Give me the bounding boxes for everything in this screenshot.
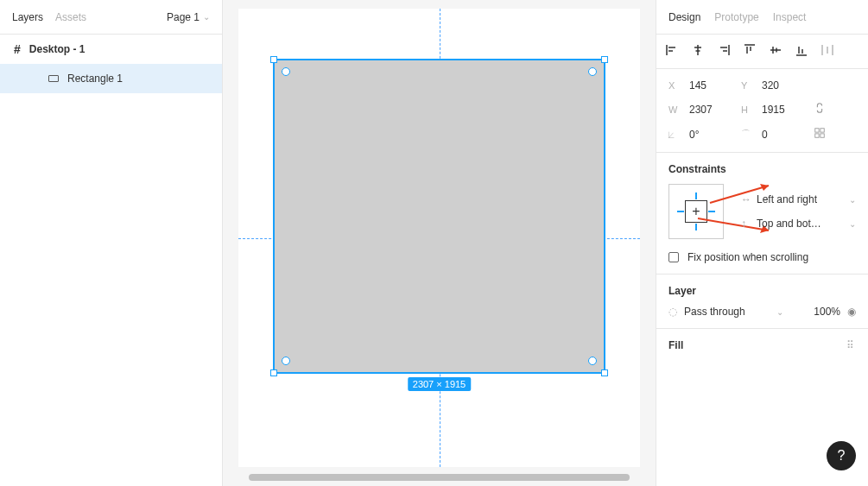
alignment-toolbar <box>656 35 868 69</box>
radius-handle-sw[interactable] <box>282 357 290 365</box>
constraint-vertical-value: Top and bot… <box>757 218 821 230</box>
radius-handle-nw[interactable] <box>282 67 290 76</box>
page-selector-label: Page 1 <box>167 11 200 23</box>
align-top-icon[interactable] <box>743 43 757 60</box>
transform-section: X 145 Y 320 W 2307 H 1915 ⟀ 0° ⌒ 0 <box>656 69 868 153</box>
x-label: X <box>668 80 681 91</box>
resize-handle-ne[interactable] <box>601 56 608 63</box>
distribute-icon[interactable] <box>820 43 834 60</box>
align-bottom-icon[interactable] <box>795 43 808 60</box>
h-input[interactable]: 1915 <box>762 104 805 116</box>
radius-handle-ne[interactable] <box>588 67 597 76</box>
selected-rectangle[interactable]: 2307 × 1915 <box>273 59 605 374</box>
fill-section: Fill ⠿ <box>656 329 868 362</box>
chevron-down-icon: ⌄ <box>776 307 783 317</box>
resize-handle-sw[interactable] <box>270 369 277 376</box>
constrain-proportions-icon[interactable] <box>814 102 827 117</box>
y-input[interactable]: 320 <box>762 79 805 92</box>
tab-inspect[interactable]: Inspect <box>773 11 807 23</box>
align-hcenter-icon[interactable] <box>691 43 705 60</box>
radius-input[interactable]: 0 <box>762 129 805 141</box>
svg-rect-2 <box>815 134 819 137</box>
radius-handle-se[interactable] <box>588 357 597 365</box>
constraint-vertical-select[interactable]: ↕ Top and bot… ⌄ <box>741 218 856 230</box>
align-vcenter-icon[interactable] <box>769 43 782 60</box>
layer-row-selected[interactable]: Rectangle 1 <box>0 64 222 93</box>
fix-position-checkbox[interactable] <box>668 252 679 262</box>
frame-label: Desktop - 1 <box>29 43 86 55</box>
tab-layers[interactable]: Layers <box>12 11 43 23</box>
svg-rect-1 <box>820 129 824 132</box>
style-icon[interactable]: ⠿ <box>846 339 856 351</box>
artboard: 2307 × 1915 <box>238 9 640 467</box>
layer-title: Layer <box>668 285 856 297</box>
rectangle-icon <box>48 75 59 82</box>
fill-title: Fill <box>668 339 683 351</box>
visibility-icon[interactable]: ◉ <box>847 306 856 318</box>
constraints-title: Constraints <box>668 163 856 175</box>
selection-dimensions-label: 2307 × 1915 <box>408 377 471 391</box>
resize-handle-se[interactable] <box>601 369 608 376</box>
canvas[interactable]: 2307 × 1915 <box>223 0 656 486</box>
svg-rect-0 <box>815 129 819 132</box>
right-panel-tabs: Design Prototype Inspect <box>656 0 868 35</box>
blend-mode-select[interactable]: Pass through <box>684 306 745 318</box>
blend-droplet-icon: ◌ <box>668 306 677 318</box>
resize-handle-nw[interactable] <box>270 56 277 63</box>
corner-radius-icon: ⌒ <box>741 128 753 141</box>
help-button[interactable]: ? <box>827 441 856 470</box>
chevron-down-icon: ⌄ <box>849 195 856 205</box>
chevron-down-icon: ⌄ <box>849 219 856 229</box>
opacity-input[interactable]: 100% <box>814 306 840 318</box>
tab-design[interactable]: Design <box>668 11 700 23</box>
fix-position-label: Fix position when scrolling <box>687 251 808 263</box>
tab-assets[interactable]: Assets <box>55 11 86 23</box>
constraints-section: Constraints + ↔ Left and right ⌄ ↕ <box>656 153 868 275</box>
tab-prototype[interactable]: Prototype <box>714 11 758 23</box>
rotation-icon: ⟀ <box>668 129 681 140</box>
constraint-v-icon: ↕ <box>741 218 751 230</box>
frame-icon <box>14 42 21 56</box>
page-selector[interactable]: Page 1 ⌄ <box>167 11 210 23</box>
y-label: Y <box>741 80 753 91</box>
align-right-icon[interactable] <box>717 43 731 60</box>
layer-row-frame[interactable]: Desktop - 1 <box>0 35 222 64</box>
constraint-horizontal-select[interactable]: ↔ Left and right ⌄ <box>741 193 856 205</box>
w-label: W <box>668 104 681 115</box>
align-left-icon[interactable] <box>665 43 679 60</box>
layer-label: Rectangle 1 <box>67 73 123 85</box>
constraint-h-icon: ↔ <box>741 193 751 205</box>
independent-corners-icon[interactable] <box>814 127 827 142</box>
layers-panel: Layers Assets Page 1 ⌄ Desktop - 1 Recta… <box>0 0 223 486</box>
horizontal-scrollbar[interactable] <box>249 474 630 481</box>
h-label: H <box>741 104 753 115</box>
x-input[interactable]: 145 <box>689 79 732 92</box>
constraint-horizontal-value: Left and right <box>757 193 817 205</box>
w-input[interactable]: 2307 <box>689 104 732 116</box>
svg-rect-3 <box>820 134 824 137</box>
layer-section: Layer ◌ Pass through ⌄ 100% ◉ <box>656 275 868 329</box>
chevron-down-icon: ⌄ <box>203 12 210 22</box>
constraints-widget[interactable]: + <box>668 184 724 239</box>
rotation-input[interactable]: 0° <box>689 129 732 141</box>
properties-panel: Design Prototype Inspect X 145 Y 320 W 2… <box>656 0 868 486</box>
left-panel-header: Layers Assets Page 1 ⌄ <box>0 0 222 35</box>
